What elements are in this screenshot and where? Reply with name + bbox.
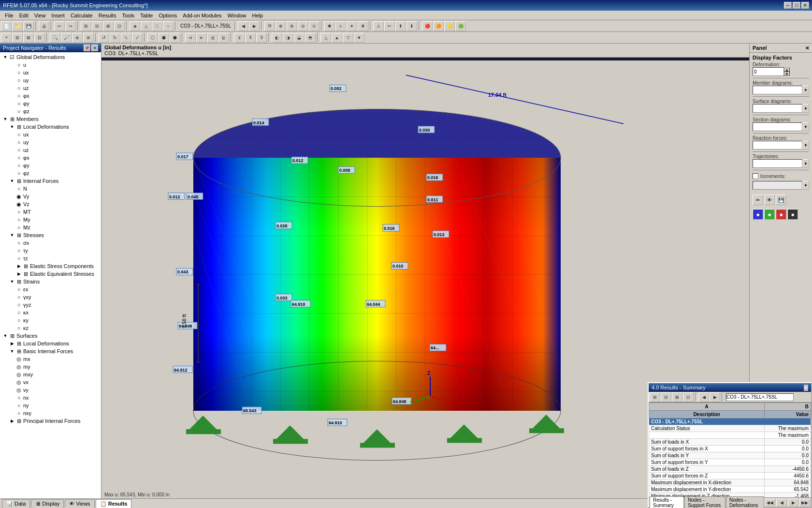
tb-btn-19[interactable]: ✂ — [384, 21, 395, 31]
menu-insert[interactable]: Insert — [48, 12, 68, 19]
reaction-forces-combo[interactable] — [753, 141, 802, 149]
tb-btn-8[interactable]: ○ — [163, 21, 174, 31]
tab-display[interactable]: 🖥 Display — [31, 499, 64, 508]
tb2-btn-12[interactable]: ⤢ — [132, 33, 143, 43]
tb-btn-9[interactable]: ⧉ — [264, 21, 275, 31]
tree-tauy[interactable]: ○ τy — [14, 247, 100, 254]
tree-Mz[interactable]: ○ Mz — [14, 224, 100, 231]
tb2-btn-20[interactable]: ⊻ — [234, 33, 245, 43]
panel-color-2[interactable]: ■ — [764, 209, 775, 220]
tree-basic-int-forces[interactable]: ▼ ⊞ Basic Internal Forces — [8, 347, 100, 355]
trajectories-arrow[interactable]: ▼ — [802, 159, 809, 168]
tree-members[interactable]: ▼ ⊞ Members — [1, 115, 100, 123]
tree-ny[interactable]: ○ ny — [14, 402, 100, 409]
tree-mxy[interactable]: ◎ mxy — [14, 371, 100, 378]
tb-btn-3[interactable]: ⊠ — [103, 21, 114, 31]
tb-btn-18[interactable]: ⚠ — [373, 21, 384, 31]
tree-vy-s[interactable]: ◎ vy — [14, 386, 100, 394]
tb-btn-25[interactable]: 🟢 — [455, 21, 466, 31]
tb2-btn-30[interactable]: ▼ — [354, 33, 364, 43]
tree-internal-forces[interactable]: ▼ ⊞ Internal Forces — [8, 177, 100, 185]
tb2-btn-18[interactable]: ⊴ — [207, 33, 218, 43]
undo-button[interactable]: ↩ — [54, 21, 65, 31]
tree-strains[interactable]: ▼ ⊞ Strains — [8, 278, 100, 285]
res-tb-5[interactable]: ◀ — [698, 392, 709, 402]
tb2-btn-1[interactable]: ⌖ — [1, 33, 12, 43]
tab-nodes-deformations[interactable]: Nodes - Deformations — [726, 496, 764, 508]
member-diagrams-arrow[interactable]: ▼ — [802, 86, 809, 94]
menu-addons[interactable]: Add-on Modules — [180, 12, 224, 19]
tb-btn-21[interactable]: ⬇ — [406, 21, 417, 31]
res-nav-4[interactable]: ▶▶ — [799, 499, 810, 507]
tb2-btn-14[interactable]: ⬢ — [159, 33, 169, 43]
tb-btn-20[interactable]: ⬆ — [395, 21, 406, 31]
tree-Vz[interactable]: ◉ Vz — [14, 200, 100, 208]
res-nav-3[interactable]: ▶ — [788, 499, 798, 507]
tree-elastic-stress[interactable]: ▶ ⊞ Elastic Stress Components — [14, 262, 100, 270]
tree-m-uy[interactable]: ○ uy — [14, 138, 100, 146]
open-button[interactable]: 📁 — [12, 21, 23, 31]
tb2-btn-25[interactable]: ◒ — [294, 33, 304, 43]
tree-stresses[interactable]: ▼ ⊞ Stresses — [8, 231, 100, 239]
new-button[interactable]: 📄 — [1, 21, 12, 31]
tab-data[interactable]: 📊 Data — [2, 499, 30, 508]
member-diagrams-combo[interactable] — [753, 86, 802, 94]
tree-uz[interactable]: ○ uz — [8, 84, 100, 92]
tb2-btn-29[interactable]: ▽ — [343, 33, 353, 43]
surface-diagrams-combo[interactable] — [753, 104, 802, 113]
increments-combo[interactable] — [753, 181, 802, 190]
res-tb-1[interactable]: ⊞ — [650, 392, 660, 402]
increments-arrow[interactable]: ▼ — [802, 181, 809, 190]
tree-gammayz[interactable]: ○ γyz — [14, 301, 100, 309]
tb2-btn-19[interactable]: ⊵ — [218, 33, 229, 43]
tb-btn-6[interactable]: △ — [141, 21, 151, 31]
tree-nxy[interactable]: ○ nxy — [14, 409, 100, 417]
tree-kappay[interactable]: ○ κy — [14, 316, 100, 324]
tree-surfaces[interactable]: ▼ ⊞ Surfaces — [1, 332, 100, 340]
menu-window[interactable]: Window — [224, 12, 249, 19]
tree-N[interactable]: ○ N — [14, 185, 100, 193]
results-loadcase-combo[interactable] — [726, 393, 794, 401]
tb2-btn-16[interactable]: ⊲ — [185, 33, 196, 43]
tb2-btn-2[interactable]: ⊞ — [12, 33, 23, 43]
tree-vx[interactable]: ◎ vx — [14, 378, 100, 386]
menu-file[interactable]: File — [2, 12, 16, 19]
tree-MT[interactable]: ○ MT — [14, 208, 100, 216]
res-nav-2[interactable]: ◀ — [776, 499, 787, 507]
panel-color-3[interactable]: ■ — [776, 209, 786, 220]
tree-gammaxy[interactable]: ○ γxy — [14, 293, 100, 301]
tb-btn-11[interactable]: ⊗ — [287, 21, 297, 31]
menu-calculate[interactable]: Calculate — [68, 12, 96, 19]
tb-btn-14[interactable]: ✱ — [324, 21, 335, 31]
nav-pin[interactable]: 📌 — [84, 45, 90, 51]
tab-results[interactable]: 📋 Results — [96, 499, 132, 508]
res-nav-1[interactable]: ◀◀ — [765, 499, 775, 507]
tb2-btn-9[interactable]: ↺ — [99, 33, 109, 43]
reaction-forces-arrow[interactable]: ▼ — [802, 141, 809, 149]
tree-phiy[interactable]: ○ φy — [8, 100, 100, 107]
menu-edit[interactable]: Edit — [16, 12, 31, 19]
deformation-input[interactable] — [753, 67, 784, 76]
tree-kappaz[interactable]: ○ κz — [14, 324, 100, 332]
res-tb-6[interactable]: ▶ — [710, 392, 720, 402]
tb2-btn-10[interactable]: ↻ — [110, 33, 120, 43]
spin-down[interactable]: ▼ — [784, 72, 790, 75]
tb2-btn-7[interactable]: ⊕ — [72, 33, 83, 43]
tree-elastic-equiv[interactable]: ▶ ⊞ Elastic Equivalent Stresses — [14, 270, 100, 278]
tb2-btn-11[interactable]: ⤡ — [121, 33, 131, 43]
menu-options[interactable]: Options — [156, 12, 180, 19]
tree-m-phx[interactable]: ○ φx — [14, 154, 100, 162]
menu-tools[interactable]: Tools — [119, 12, 137, 19]
tab-results-summary[interactable]: Results - Summary — [650, 496, 684, 508]
res-tb-4[interactable]: ⊡ — [683, 392, 694, 402]
section-diagrams-arrow[interactable]: ▼ — [802, 122, 809, 131]
nav-close[interactable]: ✕ — [91, 45, 98, 51]
tb2-btn-24[interactable]: ◑ — [283, 33, 293, 43]
tb-btn-1[interactable]: ⊞ — [81, 21, 91, 31]
tb2-btn-6[interactable]: 🔎 — [61, 33, 72, 43]
results-table-container[interactable]: A B Description Value CO3 - DL+.75LL+.75… — [649, 403, 811, 497]
tb-btn-24[interactable]: 🟡 — [444, 21, 455, 31]
tb-btn-13[interactable]: ⊙ — [309, 21, 319, 31]
results-close-button[interactable]: ✕ — [804, 385, 808, 391]
tb2-btn-27[interactable]: △ — [320, 33, 331, 43]
